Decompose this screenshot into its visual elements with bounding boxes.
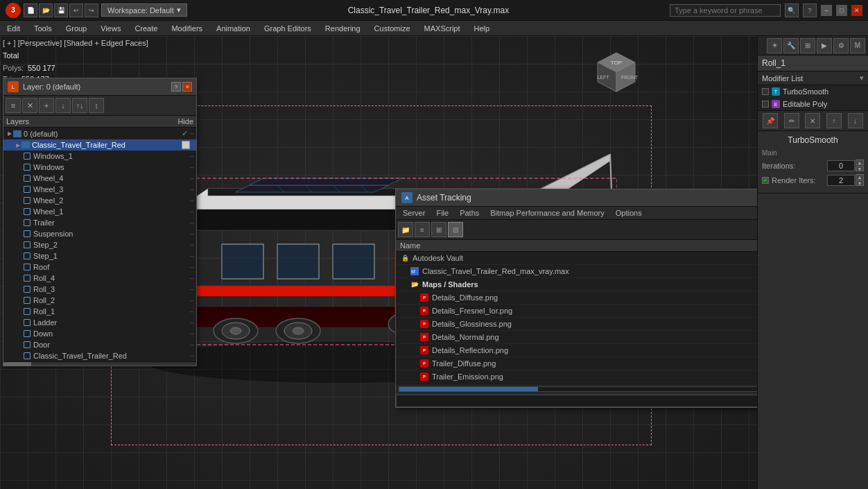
menu-views[interactable]: Views xyxy=(94,23,128,34)
layers-tool-expand[interactable]: ↕ xyxy=(89,98,104,113)
list-item[interactable]: Windows_1 ··· xyxy=(3,151,196,162)
rp-icon-6[interactable]: M xyxy=(850,38,865,53)
list-item[interactable]: Wheel_3 ··· xyxy=(3,184,196,195)
list-item[interactable]: Wheel_2 ··· xyxy=(3,195,196,206)
rp-delete-btn[interactable]: ✕ xyxy=(805,113,820,128)
modifier-entry-editablepoly[interactable]: E Editable Poly xyxy=(758,98,868,110)
at-list-item[interactable]: M Classic_Travel_Trailer_Red_max_vray.ma… xyxy=(396,265,757,278)
at-list-item[interactable]: P Details_Fresnel_Ior.png Found xyxy=(396,304,757,318)
at-menu-server[interactable]: Server xyxy=(399,208,429,218)
at-list-item[interactable]: P Trailer_Diffuse.png Found xyxy=(396,357,757,370)
rp-down-btn[interactable]: ↓ xyxy=(848,113,863,128)
menu-animation[interactable]: Animation xyxy=(209,23,257,34)
at-list[interactable]: 🔒 Autodesk Vault Logged O M Classic_Trav… xyxy=(396,252,757,384)
menu-maxscript[interactable]: MAXScript xyxy=(417,23,467,34)
rp-icon-3[interactable]: ⊞ xyxy=(800,38,815,53)
list-item[interactable]: Windows ··· xyxy=(3,162,196,173)
at-list-item[interactable]: P Details_Reflection.png Found xyxy=(396,344,757,357)
menu-customize[interactable]: Customize xyxy=(367,23,417,34)
modifier-checkbox[interactable] xyxy=(762,101,769,108)
iterations-value[interactable]: 0 xyxy=(827,160,855,171)
list-item[interactable]: Roll_4 ··· xyxy=(3,273,196,284)
rp-icon-1[interactable]: ☀ xyxy=(767,38,782,53)
list-item[interactable]: Wheel_1 ··· xyxy=(3,206,196,217)
render-iters-down[interactable]: ▼ xyxy=(856,180,864,186)
workspace-selector[interactable]: Workspace: Default ▾ xyxy=(101,3,187,17)
expand-icon[interactable]: ▶ xyxy=(6,130,13,137)
expand-icon[interactable]: ▶ xyxy=(15,141,21,148)
rp-icon-2[interactable]: 🔧 xyxy=(783,38,799,53)
layers-tool-move-down[interactable]: ↓ xyxy=(55,98,71,113)
list-item[interactable]: Down ··· xyxy=(3,328,196,339)
list-item[interactable]: Ladder ··· xyxy=(3,317,196,328)
at-list-item[interactable]: P Details_Glossiness.png Found xyxy=(396,318,757,331)
list-item[interactable]: Classic_Travel_Trailer_Red ··· xyxy=(3,350,196,361)
at-tool-2[interactable]: ≡ xyxy=(415,222,430,237)
at-list-item[interactable]: P Details_Normal.png Found xyxy=(396,331,757,344)
list-item[interactable]: Trailer ··· xyxy=(3,217,196,228)
render-iters-value[interactable]: 2 xyxy=(827,175,855,186)
at-menu-bitmap[interactable]: Bitmap Performance and Memory xyxy=(486,208,608,218)
at-menu-paths[interactable]: Paths xyxy=(455,208,483,218)
search-button[interactable]: 🔍 xyxy=(785,3,799,17)
rp-icon-5[interactable]: ⚙ xyxy=(833,38,849,53)
minimize-button[interactable]: − xyxy=(821,5,832,16)
close-button[interactable]: ✕ xyxy=(851,5,862,16)
modifier-list-label[interactable]: Modifier List ▾ xyxy=(758,71,868,85)
rp-pin-btn[interactable]: 📌 xyxy=(763,113,778,128)
menu-group[interactable]: Group xyxy=(59,23,94,34)
layers-close-btn[interactable]: ✕ xyxy=(182,82,192,92)
rp-up-btn[interactable]: ↑ xyxy=(826,113,842,128)
list-item[interactable]: Door ··· xyxy=(3,339,196,350)
layer-check[interactable]: ✓ xyxy=(180,129,190,138)
layers-tool-add[interactable]: + xyxy=(39,98,54,113)
render-iters-up[interactable]: ▲ xyxy=(856,174,864,180)
layers-tool-delete[interactable]: ✕ xyxy=(22,98,37,113)
list-item[interactable]: Wheel_4 ··· xyxy=(3,173,196,184)
navicube[interactable]: TOP LEFT FRONT xyxy=(592,47,641,96)
at-tool-3[interactable]: ⊞ xyxy=(431,222,446,237)
render-iters-checkbox[interactable]: ✓ xyxy=(762,177,769,184)
redo-btn[interactable]: ↪ xyxy=(85,3,98,17)
rp-icon-4[interactable]: ▶ xyxy=(817,38,832,53)
iterations-down[interactable]: ▼ xyxy=(856,166,864,171)
rp-edit-btn[interactable]: ✏ xyxy=(784,113,799,128)
list-item[interactable]: Roll_1 ··· xyxy=(3,306,196,317)
list-item[interactable]: Suspension ··· xyxy=(3,228,196,239)
restore-button[interactable]: □ xyxy=(836,5,847,16)
menu-tools[interactable]: Tools xyxy=(27,23,59,34)
layers-tool-menu[interactable]: ≡ xyxy=(6,98,21,113)
layers-scrollbar-thumb[interactable] xyxy=(3,362,31,366)
iterations-up[interactable]: ▲ xyxy=(856,160,864,165)
list-item[interactable]: Step_2 ··· xyxy=(3,239,196,250)
list-item[interactable]: Roof ··· xyxy=(3,261,196,273)
list-item[interactable]: Roll_3 ··· xyxy=(3,284,196,295)
layers-tool-move[interactable]: ↑↓ xyxy=(72,98,87,113)
open-btn[interactable]: 📂 xyxy=(39,3,53,17)
list-item[interactable]: Roll_2 ··· xyxy=(3,295,196,306)
menu-edit[interactable]: Edit xyxy=(0,23,27,34)
search-input[interactable] xyxy=(670,4,781,17)
layers-list[interactable]: ▶ 0 (default) ✓ ··· ▶ Classic_Travel_Tra… xyxy=(3,128,196,361)
at-list-item[interactable]: 📂 Maps / Shaders xyxy=(396,278,757,291)
at-menu-file[interactable]: File xyxy=(432,208,453,218)
menu-help[interactable]: Help xyxy=(467,23,497,34)
modifier-checkbox[interactable] xyxy=(762,88,769,95)
menu-rendering[interactable]: Rendering xyxy=(318,23,367,34)
list-item[interactable]: ▶ 0 (default) ✓ ··· xyxy=(3,128,196,139)
at-list-item[interactable]: 🔒 Autodesk Vault Logged O xyxy=(396,252,757,265)
at-input-area[interactable] xyxy=(396,395,757,407)
list-item[interactable]: Step_1 ··· xyxy=(3,250,196,261)
at-menu-options[interactable]: Options xyxy=(611,208,646,218)
menu-graph-editors[interactable]: Graph Editors xyxy=(257,23,318,34)
save-btn[interactable]: 💾 xyxy=(54,3,68,17)
layers-help-btn[interactable]: ? xyxy=(171,82,181,92)
list-item[interactable]: ▶ Classic_Travel_Trailer_Red ··· xyxy=(3,139,196,151)
menu-create[interactable]: Create xyxy=(128,23,164,34)
modifier-entry-turbosmooth[interactable]: T TurboSmooth xyxy=(758,85,868,98)
undo-btn[interactable]: ↩ xyxy=(69,3,83,17)
viewport[interactable]: [ + ] [Perspective] [Shaded + Edged Face… xyxy=(0,36,757,489)
menu-modifiers[interactable]: Modifiers xyxy=(164,23,209,34)
help-button[interactable]: ? xyxy=(803,3,817,17)
at-tool-4[interactable]: ⊟ xyxy=(448,222,463,237)
